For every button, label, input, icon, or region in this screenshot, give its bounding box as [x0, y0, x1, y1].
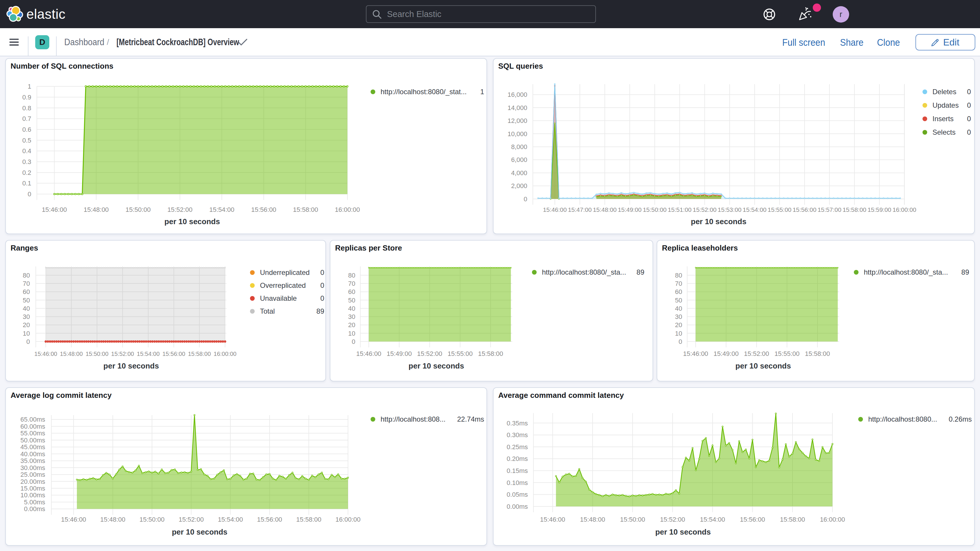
- svg-text:30: 30: [675, 313, 682, 320]
- svg-text:15:48:00: 15:48:00: [593, 206, 617, 213]
- svg-text:0.7: 0.7: [22, 115, 32, 123]
- svg-text:15:55:00: 15:55:00: [768, 206, 791, 213]
- svg-text:0.3: 0.3: [22, 158, 32, 166]
- svg-text:8,000: 8,000: [511, 143, 527, 151]
- svg-text:0.8: 0.8: [22, 104, 32, 112]
- svg-text:15:56:00: 15:56:00: [793, 206, 816, 213]
- svg-text:15.00ms: 15.00ms: [21, 485, 45, 492]
- svg-text:15:56:00: 15:56:00: [740, 516, 765, 523]
- svg-text:15:48:00: 15:48:00: [100, 516, 126, 523]
- svg-text:70: 70: [348, 280, 355, 287]
- svg-text:60: 60: [675, 288, 682, 295]
- svg-text:15:52:00: 15:52:00: [167, 206, 192, 213]
- svg-text:35.00ms: 35.00ms: [21, 457, 45, 465]
- svg-text:0: 0: [352, 338, 355, 346]
- svg-text:15:50:00: 15:50:00: [86, 350, 108, 357]
- svg-text:15:46:00: 15:46:00: [540, 516, 565, 523]
- svg-text:40.00ms: 40.00ms: [21, 451, 45, 458]
- svg-text:15:55:00: 15:55:00: [447, 350, 473, 357]
- svg-text:0.00ms: 0.00ms: [507, 503, 528, 510]
- svg-text:40: 40: [675, 305, 682, 312]
- svg-text:10: 10: [23, 330, 30, 337]
- svg-text:15:50:00: 15:50:00: [643, 206, 667, 213]
- svg-text:0: 0: [26, 338, 30, 346]
- svg-text:30.00ms: 30.00ms: [21, 464, 45, 471]
- svg-text:per 10 seconds: per 10 seconds: [409, 361, 464, 370]
- svg-text:30: 30: [348, 313, 355, 320]
- svg-text:per 10 seconds: per 10 seconds: [735, 361, 791, 370]
- svg-text:16:00:00: 16:00:00: [213, 350, 237, 357]
- svg-text:16:00:00: 16:00:00: [335, 206, 360, 213]
- svg-text:0.10ms: 0.10ms: [507, 479, 528, 486]
- svg-text:15:50:00: 15:50:00: [126, 206, 151, 213]
- svg-text:20: 20: [348, 321, 355, 329]
- svg-text:50: 50: [348, 297, 355, 304]
- svg-text:0.25ms: 0.25ms: [507, 443, 528, 451]
- svg-text:15:46:00: 15:46:00: [683, 350, 708, 357]
- svg-text:15:54:00: 15:54:00: [218, 516, 243, 523]
- svg-text:2,000: 2,000: [511, 182, 527, 190]
- svg-text:0: 0: [679, 338, 682, 346]
- svg-text:15:49:00: 15:49:00: [618, 206, 642, 213]
- svg-text:0.05ms: 0.05ms: [507, 491, 528, 498]
- svg-text:15:56:00: 15:56:00: [162, 350, 185, 357]
- svg-text:40: 40: [348, 305, 355, 312]
- svg-text:45.00ms: 45.00ms: [21, 443, 45, 451]
- svg-text:70: 70: [675, 280, 682, 287]
- svg-text:15:58:00: 15:58:00: [780, 516, 805, 523]
- svg-text:16:00:00: 16:00:00: [892, 206, 916, 213]
- svg-text:20.00ms: 20.00ms: [21, 478, 45, 485]
- svg-text:0.30ms: 0.30ms: [507, 431, 528, 439]
- svg-text:15:58:00: 15:58:00: [478, 350, 503, 357]
- svg-text:50: 50: [675, 297, 682, 304]
- svg-text:15:52:00: 15:52:00: [660, 516, 685, 523]
- svg-text:25.00ms: 25.00ms: [21, 471, 45, 478]
- svg-text:15:47:00: 15:47:00: [568, 206, 592, 213]
- svg-text:15:58:00: 15:58:00: [843, 206, 867, 213]
- svg-text:5.00ms: 5.00ms: [24, 498, 45, 506]
- svg-text:15:50:00: 15:50:00: [620, 516, 645, 523]
- svg-text:0.5: 0.5: [22, 137, 32, 144]
- svg-text:per 10 seconds: per 10 seconds: [164, 217, 220, 226]
- svg-text:10: 10: [348, 330, 355, 337]
- svg-text:15:49:00: 15:49:00: [387, 350, 412, 357]
- svg-text:0.15ms: 0.15ms: [507, 467, 528, 475]
- svg-text:15:46:00: 15:46:00: [356, 350, 382, 357]
- svg-text:15:46:00: 15:46:00: [543, 206, 567, 213]
- svg-text:15:52:00: 15:52:00: [417, 350, 442, 357]
- svg-text:15:49:00: 15:49:00: [714, 350, 739, 357]
- svg-text:15:52:00: 15:52:00: [693, 206, 716, 213]
- svg-text:60: 60: [348, 288, 355, 295]
- svg-text:15:58:00: 15:58:00: [805, 350, 830, 357]
- svg-text:10: 10: [675, 330, 682, 337]
- svg-text:15:46:00: 15:46:00: [61, 516, 86, 523]
- svg-text:20: 20: [23, 321, 30, 329]
- svg-text:15:56:00: 15:56:00: [257, 516, 282, 523]
- svg-text:0: 0: [524, 196, 527, 203]
- svg-text:15:50:00: 15:50:00: [139, 516, 165, 523]
- svg-text:per 10 seconds: per 10 seconds: [172, 527, 228, 536]
- svg-text:15:53:00: 15:53:00: [718, 206, 741, 213]
- svg-text:15:52:00: 15:52:00: [744, 350, 769, 357]
- svg-text:15:58:00: 15:58:00: [296, 516, 321, 523]
- svg-text:4,000: 4,000: [511, 169, 527, 177]
- svg-text:per 10 seconds: per 10 seconds: [691, 217, 746, 226]
- svg-text:15:54:00: 15:54:00: [743, 206, 767, 213]
- svg-text:15:48:00: 15:48:00: [84, 206, 109, 213]
- svg-text:20: 20: [675, 321, 682, 329]
- svg-text:0.6: 0.6: [22, 126, 32, 133]
- svg-text:50.00ms: 50.00ms: [21, 436, 45, 444]
- svg-text:6,000: 6,000: [511, 156, 527, 163]
- svg-text:15:59:00: 15:59:00: [868, 206, 891, 213]
- svg-text:0.00ms: 0.00ms: [24, 505, 45, 513]
- svg-text:15:54:00: 15:54:00: [700, 516, 725, 523]
- svg-text:16:00:00: 16:00:00: [820, 516, 845, 523]
- svg-text:15:46:00: 15:46:00: [34, 350, 57, 357]
- svg-text:15:54:00: 15:54:00: [209, 206, 234, 213]
- svg-text:per 10 seconds: per 10 seconds: [655, 527, 711, 536]
- svg-text:15:55:00: 15:55:00: [774, 350, 800, 357]
- svg-text:15:51:00: 15:51:00: [668, 206, 692, 213]
- svg-text:per 10 seconds: per 10 seconds: [103, 361, 159, 370]
- svg-text:0: 0: [27, 190, 31, 198]
- svg-text:0.1: 0.1: [22, 180, 32, 187]
